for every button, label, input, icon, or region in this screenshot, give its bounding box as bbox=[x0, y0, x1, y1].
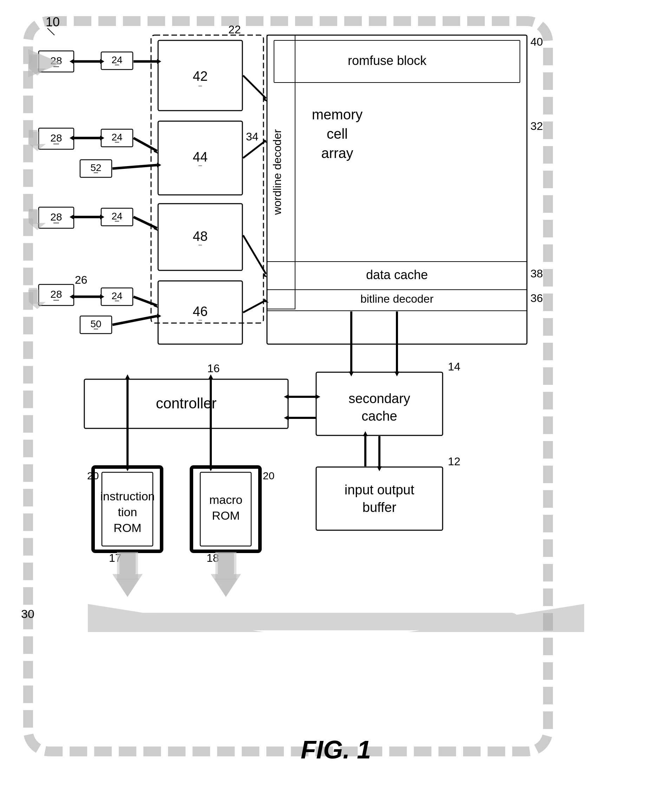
svg-text:24: 24 bbox=[111, 55, 122, 65]
diagram-container: 10 30 22 40 romfuse block 32 memory cell… bbox=[0, 0, 672, 802]
svg-text:22: 22 bbox=[228, 23, 241, 36]
svg-text:data cache: data cache bbox=[366, 268, 428, 282]
svg-text:24: 24 bbox=[111, 211, 122, 222]
svg-text:28: 28 bbox=[50, 132, 62, 144]
svg-text:cell: cell bbox=[327, 126, 348, 142]
svg-text:secondary: secondary bbox=[348, 391, 410, 406]
svg-text:ROM: ROM bbox=[113, 521, 141, 534]
svg-rect-151 bbox=[29, 55, 37, 68]
svg-text:10: 10 bbox=[46, 15, 60, 29]
svg-text:48: 48 bbox=[193, 229, 207, 244]
svg-rect-153 bbox=[29, 130, 37, 144]
svg-text:28: 28 bbox=[50, 211, 62, 223]
svg-text:macro: macro bbox=[209, 493, 242, 506]
svg-text:12: 12 bbox=[448, 455, 460, 468]
svg-text:20: 20 bbox=[87, 470, 99, 482]
svg-text:wordline decoder: wordline decoder bbox=[271, 129, 283, 215]
svg-text:romfuse block: romfuse block bbox=[348, 53, 427, 68]
svg-text:buffer: buffer bbox=[363, 500, 397, 515]
svg-rect-159 bbox=[120, 553, 136, 574]
svg-text:28: 28 bbox=[50, 288, 62, 300]
svg-rect-155 bbox=[29, 209, 37, 223]
svg-text:24: 24 bbox=[111, 290, 122, 301]
svg-text:14: 14 bbox=[448, 360, 460, 373]
svg-text:memory: memory bbox=[312, 107, 363, 122]
svg-rect-157 bbox=[29, 288, 37, 302]
svg-text:36: 36 bbox=[530, 292, 543, 304]
svg-text:input output: input output bbox=[345, 482, 415, 497]
svg-text:42: 42 bbox=[193, 69, 207, 84]
svg-text:array: array bbox=[321, 146, 353, 161]
svg-text:20: 20 bbox=[263, 470, 274, 482]
svg-text:52: 52 bbox=[90, 162, 101, 173]
svg-text:46: 46 bbox=[193, 304, 207, 319]
svg-text:24: 24 bbox=[111, 132, 122, 142]
svg-text:tion: tion bbox=[118, 505, 138, 519]
svg-text:44: 44 bbox=[193, 150, 207, 164]
svg-text:40: 40 bbox=[530, 36, 543, 48]
svg-text:ROM: ROM bbox=[212, 509, 240, 522]
svg-text:30: 30 bbox=[21, 607, 34, 621]
svg-text:32: 32 bbox=[530, 120, 543, 133]
svg-text:26: 26 bbox=[75, 273, 87, 286]
svg-text:instruction: instruction bbox=[100, 490, 155, 503]
svg-text:controller: controller bbox=[156, 395, 217, 412]
svg-text:FIG. 1: FIG. 1 bbox=[301, 736, 371, 764]
svg-rect-161 bbox=[218, 553, 234, 574]
svg-text:cache: cache bbox=[361, 409, 397, 424]
svg-text:16: 16 bbox=[207, 362, 220, 375]
svg-text:bitline decoder: bitline decoder bbox=[360, 293, 434, 305]
svg-text:50: 50 bbox=[90, 319, 101, 329]
svg-text:34: 34 bbox=[246, 130, 259, 143]
svg-text:38: 38 bbox=[530, 267, 543, 280]
